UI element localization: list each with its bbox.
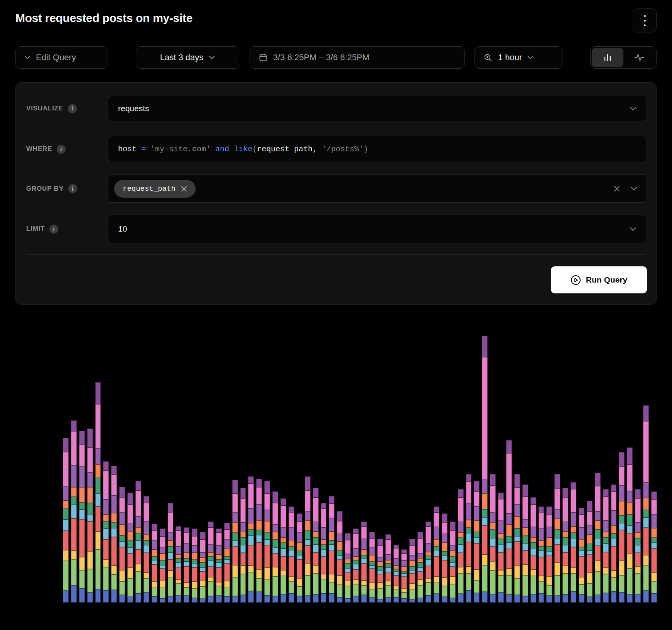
bar-stack[interactable] [119,487,125,603]
bar-stack[interactable] [280,498,286,603]
bar-stack[interactable] [571,482,576,603]
bar-stack[interactable] [450,522,456,603]
line-chart-toggle[interactable] [623,48,655,67]
bar-stack[interactable] [643,405,649,603]
time-range-preset-dropdown[interactable]: Last 3 days [136,46,239,69]
bar-stack[interactable] [264,481,270,603]
edit-query-button[interactable]: Edit Query [15,46,108,69]
bar-stack[interactable] [651,491,657,603]
bar-stack[interactable] [79,431,85,603]
bar-stack[interactable] [539,506,544,603]
bar-stack[interactable] [393,545,399,603]
bar-stack[interactable] [152,524,157,603]
bar-stack[interactable] [522,484,528,603]
bar-stack[interactable] [216,528,222,603]
bar-stack[interactable] [192,528,198,603]
more-options-button[interactable] [633,8,657,32]
bar-stack[interactable] [313,488,319,603]
bar-stack[interactable] [321,503,327,603]
bar-stack[interactable] [442,513,447,603]
close-icon[interactable] [181,186,187,192]
bar-stack[interactable] [160,528,165,603]
bar-stack[interactable] [224,523,230,603]
run-query-button[interactable]: Run Query [551,266,647,293]
bar-stack[interactable] [490,474,496,603]
bar-stack[interactable] [514,474,520,603]
bar-stack[interactable] [144,496,149,603]
bar-stack[interactable] [184,527,189,603]
clear-icon[interactable] [613,185,620,192]
code-token: ( [252,145,257,154]
bar-stack[interactable] [579,508,584,603]
bar-stack[interactable] [111,466,117,603]
group-by-chip[interactable]: request_path [114,180,196,198]
bar-stack[interactable] [434,506,439,603]
bar-segment-series_6 [289,547,294,550]
bar-stack[interactable] [240,488,246,603]
bar-stack[interactable] [506,440,512,603]
bar-stack[interactable] [103,461,109,603]
bar-stack[interactable] [369,532,375,603]
visualize-select[interactable]: requests [108,96,647,121]
bar-stack[interactable] [168,503,174,603]
bar-stack[interactable] [95,382,101,603]
bar-stack[interactable] [627,447,633,603]
bar-stack[interactable] [353,528,359,603]
bar-stack[interactable] [305,476,311,603]
bar-stack[interactable] [127,493,133,603]
bar-stack[interactable] [345,533,351,603]
bar-stack[interactable] [248,476,254,603]
bar-stack[interactable] [87,428,93,603]
bar-stack[interactable] [289,506,294,603]
bar-stack[interactable] [377,539,383,603]
bar-stack[interactable] [635,489,641,603]
where-expression-input[interactable]: host = 'my-site.com' and like(request_pa… [108,136,647,162]
bar-stack[interactable] [135,481,141,603]
bar-stack[interactable] [603,489,609,603]
bar-stack[interactable] [63,438,69,603]
bar-stack[interactable] [361,522,367,603]
bar-stack[interactable] [587,501,593,603]
calendar-icon [258,53,268,62]
bar-chart-toggle[interactable] [592,48,623,67]
group-by-select[interactable]: request_path [108,174,647,203]
bar-segment-series_8 [498,521,504,533]
bar-stack[interactable] [409,539,415,603]
bar-stack[interactable] [208,522,214,603]
bar-stack[interactable] [200,532,206,603]
bar-stack[interactable] [498,493,504,603]
bar-stack[interactable] [176,526,181,603]
info-icon[interactable]: i [49,225,58,234]
bar-stack[interactable] [297,513,302,603]
bar-stack[interactable] [272,491,278,603]
bar-stack[interactable] [401,549,407,603]
bar-stack[interactable] [329,496,334,603]
bar-stack[interactable] [546,506,552,603]
limit-select[interactable]: 10 [108,215,647,243]
bar-stack[interactable] [337,511,343,603]
bar-segment-series_7 [152,550,157,557]
bar-stack[interactable] [611,484,617,603]
info-icon[interactable]: i [68,104,77,113]
bar-stack[interactable] [458,489,464,603]
bar-stack[interactable] [474,481,480,603]
bar-stack[interactable] [385,534,391,603]
bar-stack[interactable] [425,522,431,603]
bar-stack[interactable] [530,497,536,603]
bar-stack[interactable] [256,479,262,603]
bar-stack[interactable] [482,336,488,603]
bar-stack[interactable] [562,488,568,603]
granularity-dropdown[interactable]: 1 hour [474,46,562,69]
info-icon[interactable]: i [57,145,66,154]
bar-segment-series_10 [571,482,576,489]
bar-stack[interactable] [595,473,601,603]
bar-stack[interactable] [232,480,238,603]
bar-stack[interactable] [71,420,77,603]
bar-stack[interactable] [554,474,560,603]
bar-stack[interactable] [619,452,625,603]
bar-stack[interactable] [417,532,423,603]
info-icon[interactable]: i [68,184,77,193]
bar-segment-series_7 [313,532,319,537]
date-range-picker[interactable]: 3/3 6:25PM – 3/6 6:25PM [250,46,465,69]
bar-stack[interactable] [466,474,472,603]
